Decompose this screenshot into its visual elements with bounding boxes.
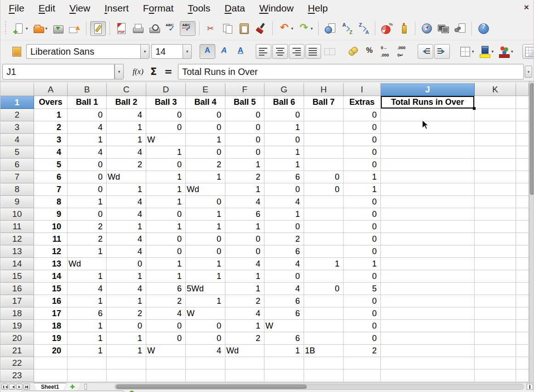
- cell-K7[interactable]: [475, 171, 516, 183]
- formula-input[interactable]: Total Runs in Over: [178, 64, 524, 80]
- cell-G15[interactable]: 0: [264, 270, 304, 283]
- cell-A18[interactable]: 17: [34, 307, 68, 320]
- cell-C4[interactable]: 1: [107, 134, 146, 146]
- delete-decimal-button[interactable]: .0000↵: [395, 44, 410, 59]
- cut-button[interactable]: ✂: [203, 21, 219, 36]
- cell-I4[interactable]: 0: [344, 134, 381, 146]
- row-header-20[interactable]: 20: [0, 332, 34, 345]
- cell-C1[interactable]: Ball 2: [107, 96, 146, 109]
- dropdown-caret-icon[interactable]: ▾: [291, 26, 293, 31]
- cell-K2[interactable]: [475, 109, 516, 121]
- cell-B16[interactable]: 4: [68, 283, 107, 295]
- cell-H12[interactable]: [304, 233, 344, 245]
- cell-G7[interactable]: 6: [264, 171, 304, 183]
- cell-X16[interactable]: [516, 283, 529, 295]
- spellcheck-button[interactable]: ABC: [163, 21, 179, 36]
- cell-F19[interactable]: 1: [225, 320, 264, 332]
- cell-E17[interactable]: 1: [186, 295, 225, 307]
- cell-H11[interactable]: [304, 221, 344, 233]
- cell-J4[interactable]: [381, 134, 475, 146]
- cell-G18[interactable]: 6: [264, 307, 304, 320]
- show-draw-functions-button[interactable]: [396, 21, 411, 36]
- row-header-14[interactable]: 14: [0, 258, 34, 270]
- cell-G3[interactable]: 1: [264, 121, 304, 134]
- cell-C5[interactable]: 4: [107, 146, 146, 159]
- cell-F15[interactable]: 1: [225, 270, 264, 283]
- align-justify-button[interactable]: [305, 44, 321, 59]
- font-color-button[interactable]: ▾: [496, 44, 515, 59]
- cell-G17[interactable]: 6: [264, 295, 304, 307]
- column-header-A[interactable]: A: [34, 83, 68, 96]
- cell-X8[interactable]: [516, 183, 529, 196]
- cell-H10[interactable]: [304, 208, 344, 221]
- cell-X14[interactable]: [516, 258, 529, 270]
- cell-E9[interactable]: 0: [186, 196, 225, 208]
- help-button[interactable]: ?: [476, 21, 491, 36]
- cell-X20[interactable]: [516, 332, 529, 345]
- row-header-6[interactable]: 6: [0, 159, 34, 171]
- sum-icon[interactable]: Σ: [146, 64, 161, 80]
- cell-A10[interactable]: 9: [34, 208, 68, 221]
- cell-I3[interactable]: 0: [344, 121, 381, 134]
- cell-C23[interactable]: [107, 369, 146, 382]
- cell-H21[interactable]: 1B: [304, 345, 344, 357]
- underline-button[interactable]: A: [233, 44, 248, 59]
- cell-X2[interactable]: [516, 109, 529, 121]
- cell-B6[interactable]: 0: [68, 159, 107, 171]
- cell-X1[interactable]: [516, 96, 529, 109]
- new-document-button[interactable]: ▾: [11, 21, 30, 36]
- cell-I20[interactable]: 0: [344, 332, 381, 345]
- row-header-13[interactable]: 13: [0, 245, 34, 258]
- borders-button[interactable]: ▾: [457, 44, 476, 59]
- cell-E16[interactable]: 5Wd: [186, 283, 225, 295]
- cell-C3[interactable]: 1: [107, 121, 146, 134]
- cell-C2[interactable]: 4: [107, 109, 146, 121]
- column-header-H[interactable]: H: [304, 83, 344, 96]
- cell-K11[interactable]: [475, 221, 516, 233]
- cell-G14[interactable]: 4: [264, 258, 304, 270]
- cell-X5[interactable]: [516, 146, 529, 159]
- cell-G19[interactable]: W: [264, 320, 304, 332]
- cell-K21[interactable]: [475, 345, 516, 357]
- cell-X7[interactable]: [516, 171, 529, 183]
- cell-H9[interactable]: [304, 196, 344, 208]
- cell-J3[interactable]: [381, 121, 475, 134]
- cell-D19[interactable]: 0: [146, 320, 186, 332]
- cell-G21[interactable]: 1: [264, 345, 304, 357]
- row-header-11[interactable]: 11: [0, 221, 34, 233]
- cell-J23[interactable]: [381, 369, 475, 382]
- cell-E11[interactable]: 1: [186, 221, 225, 233]
- cell-D17[interactable]: 2: [146, 295, 186, 307]
- cell-C16[interactable]: 4: [107, 283, 146, 295]
- vertical-scrollbar-thumb[interactable]: [530, 83, 534, 195]
- cell-A1[interactable]: Overs: [34, 96, 68, 109]
- horizontal-scrollbar[interactable]: [115, 384, 524, 390]
- decrease-indent-button[interactable]: [418, 44, 433, 59]
- cell-G2[interactable]: 0: [264, 109, 304, 121]
- cell-G6[interactable]: 1: [264, 159, 304, 171]
- cell-I9[interactable]: 0: [344, 196, 381, 208]
- cell-X11[interactable]: [516, 221, 529, 233]
- cell-B2[interactable]: 0: [68, 109, 107, 121]
- hyperlink-button[interactable]: [322, 21, 338, 36]
- cell-E20[interactable]: 0: [186, 332, 225, 345]
- align-left-button[interactable]: [256, 44, 271, 59]
- cell-E8[interactable]: Wd: [186, 183, 225, 196]
- cell-G12[interactable]: 2: [264, 233, 304, 245]
- cell-I6[interactable]: 0: [344, 159, 381, 171]
- row-header-15[interactable]: 15: [0, 270, 34, 283]
- cell-F20[interactable]: 2: [225, 332, 264, 345]
- cell-J1[interactable]: Total Runs in Over: [381, 96, 475, 109]
- column-header-E[interactable]: E: [186, 83, 225, 96]
- scrollbar-corner[interactable]: [527, 384, 533, 390]
- cell-D13[interactable]: 0: [146, 245, 186, 258]
- align-center-button[interactable]: [272, 44, 288, 59]
- cell-F11[interactable]: 1: [225, 221, 264, 233]
- cell-A11[interactable]: 10: [34, 221, 68, 233]
- copy-button[interactable]: [220, 21, 235, 36]
- cell-B20[interactable]: 1: [68, 332, 107, 345]
- dropdown-caret-icon[interactable]: ▾: [511, 49, 513, 54]
- cell-I22[interactable]: [344, 357, 381, 369]
- cell-X21[interactable]: [516, 345, 529, 357]
- tab-area-splitter[interactable]: [85, 384, 87, 390]
